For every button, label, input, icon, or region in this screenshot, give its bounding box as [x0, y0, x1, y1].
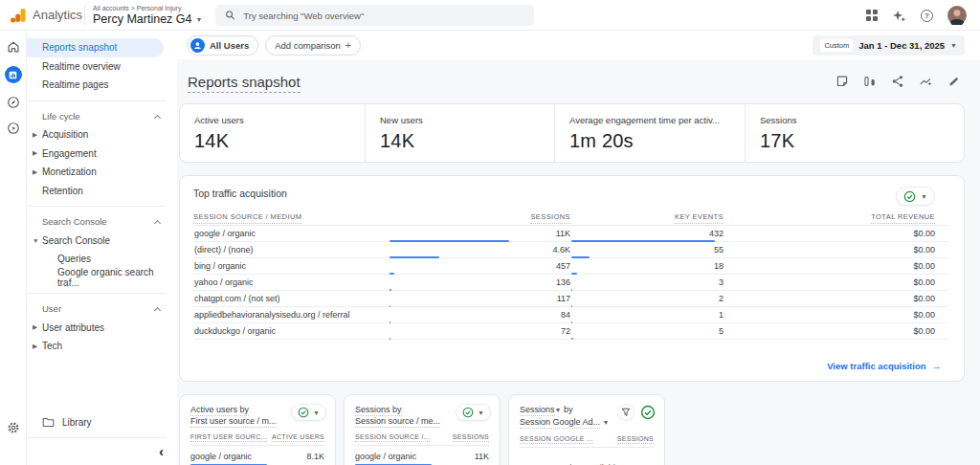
check-circle-icon	[462, 407, 474, 418]
column-source-medium[interactable]: SESSION SOURCE / MEDIUM	[193, 212, 389, 221]
sidebar-item-acquisition[interactable]: ▶ Acquisition	[27, 125, 177, 144]
sessions-by-google-ads-card: Sessions▼ by Session Google Ad... ▼	[508, 394, 665, 465]
chevron-up-icon	[154, 307, 161, 314]
sidebar-item-queries[interactable]: Queries	[27, 250, 177, 269]
date-custom-badge: Custom	[820, 39, 853, 52]
expand-arrow-icon: ▶	[33, 168, 37, 176]
add-comparison-chip[interactable]: Add comparison +	[265, 35, 361, 55]
plus-icon: +	[345, 39, 351, 51]
explore-icon[interactable]	[7, 96, 20, 109]
check-circle-icon[interactable]	[640, 405, 656, 420]
dimension-selector[interactable]: Session Google Ad...	[520, 417, 600, 429]
column-total-revenue[interactable]: TOTAL REVENUE	[724, 212, 948, 221]
filter-button[interactable]	[617, 404, 635, 421]
sidebar-item-user-attributes[interactable]: ▶ User attributes	[27, 319, 177, 338]
metric-avg-engagement-time: Average engagement time per activ... 1m …	[554, 104, 745, 162]
chevron-down-icon: ▼	[921, 193, 927, 200]
property-selector[interactable]: All accounts > Personal Injury Percy Mar…	[93, 5, 202, 26]
chevron-down-icon: ▼	[950, 42, 957, 49]
expand-arrow-icon: ▶	[33, 131, 37, 139]
divider	[27, 293, 166, 294]
apps-grid-icon[interactable]	[866, 10, 878, 21]
search-bar[interactable]	[215, 5, 534, 26]
sidebar-item-library[interactable]: Library	[27, 412, 177, 432]
chevron-down-icon: ▼	[196, 16, 203, 23]
chevron-up-icon	[154, 220, 161, 227]
all-users-chip[interactable]: All Users	[187, 35, 258, 55]
divider	[27, 100, 166, 101]
expand-arrow-icon: ▶	[33, 149, 37, 157]
analytics-logo[interactable]: Analytics	[0, 8, 84, 23]
key-events-bar	[571, 338, 573, 340]
view-traffic-acquisition-link[interactable]: View traffic acquisition →	[827, 361, 941, 371]
admin-gear-icon[interactable]	[7, 421, 20, 434]
metric-sessions: Sessions 17K	[745, 104, 964, 162]
search-input[interactable]	[243, 11, 524, 21]
sidebar-item-reports-snapshot[interactable]: Reports snapshot	[27, 38, 164, 57]
share-icon[interactable]	[891, 75, 904, 88]
collapse-sidebar-button[interactable]: ‹	[27, 444, 177, 459]
sidebar-item-realtime-pages[interactable]: Realtime pages	[27, 76, 177, 95]
column-key-events[interactable]: KEY EVENTS	[570, 212, 724, 221]
data-quality-dropdown[interactable]: ▼	[896, 187, 935, 206]
sidebar-item-tech[interactable]: ▶ Tech	[27, 337, 177, 356]
section-user[interactable]: User	[27, 299, 177, 319]
date-range-picker[interactable]: Custom Jan 1 - Dec 31, 2025 ▼	[813, 35, 965, 55]
home-icon[interactable]	[7, 40, 20, 54]
card-title: Top traffic acquisition	[193, 188, 948, 199]
property-name: Percy Martinez G4	[93, 13, 192, 26]
table-row: google / organic 8.1K	[190, 446, 324, 465]
expand-arrow-icon: ▶	[33, 323, 37, 331]
insights-icon[interactable]	[919, 75, 933, 88]
sidebar-item-google-organic-search-traffic[interactable]: Google organic search traf...	[27, 269, 177, 288]
table-header: SESSION SOURCE / MEDIUM SESSIONS KEY EVE…	[193, 210, 948, 226]
section-search-console[interactable]: Search Console	[27, 212, 177, 232]
metric-active-users: Active users 14K	[180, 104, 365, 162]
users-segment-icon	[190, 38, 205, 53]
column-sessions[interactable]: SESSIONS	[389, 212, 570, 221]
edit-pencil-icon[interactable]	[947, 75, 961, 88]
sidebar-item-search-console[interactable]: ▼ Search Console	[27, 232, 177, 251]
table-header: SESSION GOOGLE ... SESSIONS	[520, 435, 654, 448]
filter-funnel-icon	[621, 408, 631, 417]
table-row: (direct) / (none) 4.6K 55 $0.00	[193, 242, 948, 258]
user-avatar[interactable]	[947, 6, 967, 25]
search-icon	[225, 10, 235, 21]
traffic-acquisition-card: Top traffic acquisition ▼ SESSION SOURCE…	[179, 175, 965, 382]
chevron-down-icon: ▼	[555, 407, 562, 413]
comparison-filter-bar: All Users Add comparison + Custom Jan 1 …	[177, 31, 980, 59]
check-circle-icon	[903, 190, 916, 203]
table-row: google / organic 11K	[355, 446, 489, 465]
section-life-cycle[interactable]: Life cycle	[27, 107, 177, 126]
sidebar-item-monetization[interactable]: ▶ Monetization	[27, 163, 177, 182]
sidebar-item-retention[interactable]: Retention	[27, 182, 177, 201]
help-icon[interactable]: ?	[921, 10, 933, 22]
arrow-right-icon: →	[932, 361, 942, 371]
sidebar-item-engagement[interactable]: ▶ Engagement	[27, 144, 177, 164]
table-row: google / organic 11K 432 $0.00	[193, 226, 948, 242]
reports-sidebar: Reports snapshot Realtime overview Realt…	[27, 31, 177, 465]
data-quality-dropdown[interactable]: ▼	[456, 404, 491, 421]
active-users-by-source-card: Active users by First user source / m...…	[179, 394, 336, 465]
notes-icon[interactable]	[835, 75, 849, 88]
collapse-arrow-icon: ▼	[33, 237, 38, 244]
metric-selector[interactable]: Sessions	[520, 405, 555, 416]
google-analytics-icon	[11, 8, 26, 23]
chevron-down-icon: ▼	[313, 410, 320, 416]
left-icon-rail	[0, 31, 27, 465]
table-header: SESSION SOURCE /... SESSIONS	[355, 433, 489, 446]
divider	[27, 206, 166, 207]
metric-new-users: New users 14K	[365, 104, 554, 162]
chevron-down-icon: ▼	[478, 410, 484, 416]
sidebar-item-realtime-overview[interactable]: Realtime overview	[27, 57, 177, 77]
table-row: appliedbehavioranalysisedu.org / referra…	[193, 307, 948, 323]
expand-arrow-icon: ▶	[33, 343, 37, 350]
divider	[27, 437, 166, 438]
advertising-icon[interactable]	[7, 122, 20, 135]
sessions-bar	[390, 338, 390, 340]
data-quality-dropdown[interactable]: ▼	[291, 404, 326, 421]
metrics-summary-card: Active users 14K New users 14K Average e…	[179, 103, 965, 163]
reports-nav-icon[interactable]	[5, 66, 22, 83]
gemini-sparkle-icon[interactable]	[892, 9, 906, 23]
compare-reports-icon[interactable]	[863, 75, 877, 88]
